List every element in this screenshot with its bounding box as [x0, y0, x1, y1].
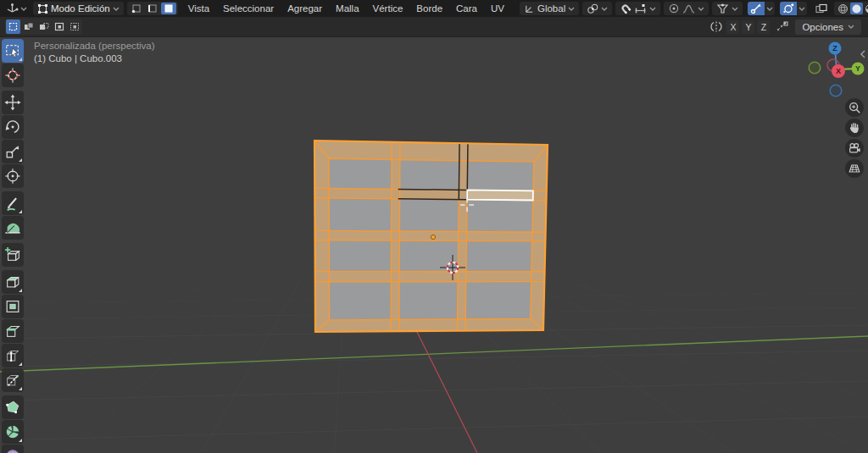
tool-scale[interactable]: [2, 140, 24, 163]
tool-rotate[interactable]: [2, 115, 24, 139]
tool-smooth[interactable]: [2, 445, 24, 453]
svg-text:Z: Z: [832, 44, 837, 52]
options-dropdown[interactable]: Opciones: [795, 19, 861, 35]
transform-orientation-dropdown[interactable]: Global: [520, 2, 579, 15]
tool-inset-faces[interactable]: [2, 295, 24, 318]
options-label: Opciones: [802, 22, 843, 32]
tool-transform[interactable]: [2, 164, 24, 188]
perspective-toggle-button[interactable]: [845, 159, 864, 178]
proportional-editing-controls[interactable]: [664, 2, 709, 15]
xray-toggle-icon: [815, 3, 828, 15]
mode-selector[interactable]: Modo Edición: [33, 2, 124, 15]
header-bar: Modo Edición Vista Seleccionar Agregar M…: [0, 0, 868, 17]
menu-uv[interactable]: UV: [484, 2, 511, 15]
tweak-falloff-icon[interactable]: [775, 20, 790, 33]
edge-select-icon: [147, 3, 158, 14]
visibility-filter-dropdown[interactable]: [712, 2, 743, 15]
menu-vista[interactable]: Vista: [181, 2, 216, 15]
tool-bevel[interactable]: [2, 319, 24, 343]
navigation-gizmo[interactable]: Z Y X: [805, 39, 868, 100]
menu-agregar[interactable]: Agregar: [281, 2, 329, 15]
view-name-label: Personalizada (perspectiva): [34, 40, 155, 52]
gizmo-neg-y-ball[interactable]: [809, 62, 821, 74]
wireframe-shading-button[interactable]: [837, 3, 849, 14]
shading-mode-group: [834, 2, 868, 15]
menu-malla[interactable]: Malla: [329, 2, 365, 15]
snap-controls[interactable]: [615, 2, 660, 15]
tool-select-box[interactable]: [2, 39, 24, 63]
tool-measure[interactable]: [2, 216, 24, 240]
tool-annotate[interactable]: [2, 191, 24, 215]
gizmos-dropdown[interactable]: [765, 2, 775, 15]
ortho-grid-icon: [848, 162, 861, 175]
material-shading-button[interactable]: [864, 3, 868, 14]
pivot-point-dropdown[interactable]: [582, 2, 612, 15]
camera-view-icon: [848, 141, 861, 155]
chevron-down-icon: [20, 7, 27, 11]
menu-seleccionar[interactable]: Seleccionar: [216, 2, 281, 15]
select-options-group: [5, 19, 82, 35]
menu-vertice[interactable]: Vértice: [366, 2, 410, 15]
chevron-down-icon: [568, 7, 575, 11]
transform-tool-icon: [4, 168, 21, 185]
tool-cursor[interactable]: [2, 64, 24, 87]
material-shading-icon: [865, 3, 868, 14]
tool-extrude-region[interactable]: [2, 270, 24, 294]
pivot-point-icon: [587, 3, 598, 14]
gizmo-neg-z-ball[interactable]: [830, 85, 842, 97]
select-invert-button[interactable]: [52, 19, 66, 34]
tool-add-cube[interactable]: [2, 243, 24, 267]
chevron-down-icon: [732, 7, 738, 11]
edge-select-button[interactable]: [145, 3, 160, 14]
tool-loop-cut[interactable]: [2, 344, 24, 367]
select-subtract-button[interactable]: [36, 19, 51, 34]
vertex-select-button[interactable]: [129, 3, 144, 14]
overlays-toggle-button[interactable]: [780, 2, 797, 15]
measure-tool-icon: [4, 219, 21, 236]
mirror-z-button[interactable]: Z: [757, 20, 770, 34]
gizmos-toggle-button[interactable]: [748, 2, 765, 15]
tool-move[interactable]: [2, 91, 24, 114]
spin-tool-icon: [4, 423, 21, 440]
mirror-x-button[interactable]: X: [726, 20, 739, 34]
orientation-label: Global: [537, 3, 565, 14]
cursor-tool-icon: [4, 67, 21, 84]
tool-poly-build[interactable]: [2, 395, 24, 419]
zoom-button[interactable]: [845, 98, 864, 117]
x-axis-line: [417, 331, 478, 453]
knife-tool-icon: [4, 372, 21, 389]
chevron-down-icon: [698, 7, 704, 11]
tool-settings-bar: X Y Z Opciones: [0, 17, 868, 37]
menu-cara[interactable]: Cara: [449, 2, 484, 15]
active-face[interactable]: [467, 190, 533, 200]
gizmo-x-ball[interactable]: X: [832, 64, 845, 78]
bevel-tool-icon: [4, 323, 21, 340]
overlays-toggle-icon: [782, 3, 794, 14]
viewport-canvas[interactable]: [0, 37, 868, 453]
mirror-y-button[interactable]: Y: [742, 20, 754, 34]
vertex-select-icon: [131, 3, 142, 14]
face-select-button[interactable]: [161, 3, 176, 14]
select-intersect-button[interactable]: [67, 19, 81, 34]
chevron-down-icon: [113, 7, 120, 11]
gizmo-y-ball[interactable]: Y: [852, 63, 865, 75]
editor-type-button[interactable]: [3, 2, 30, 15]
overlays-dropdown[interactable]: [797, 2, 807, 15]
tool-spin[interactable]: [2, 420, 24, 444]
rotate-tool-icon: [4, 119, 21, 135]
sidebar-collapse-arrow-icon[interactable]: [860, 49, 866, 59]
solid-shading-button[interactable]: [850, 3, 863, 14]
select-new-icon: [8, 22, 18, 31]
gizmo-z-ball[interactable]: Z: [829, 42, 842, 55]
select-new-button[interactable]: [6, 19, 20, 34]
xray-toggle-button[interactable]: [812, 2, 831, 16]
select-extend-button[interactable]: [21, 19, 36, 34]
chevron-down-icon: [601, 7, 608, 11]
menu-borde[interactable]: Borde: [409, 2, 449, 15]
pan-button[interactable]: [845, 119, 864, 137]
camera-view-button[interactable]: [845, 139, 864, 157]
inset-tool-icon: [4, 298, 21, 315]
mesh-object[interactable]: [314, 141, 548, 332]
select-box-icon: [4, 42, 21, 59]
tool-knife[interactable]: [2, 368, 24, 392]
